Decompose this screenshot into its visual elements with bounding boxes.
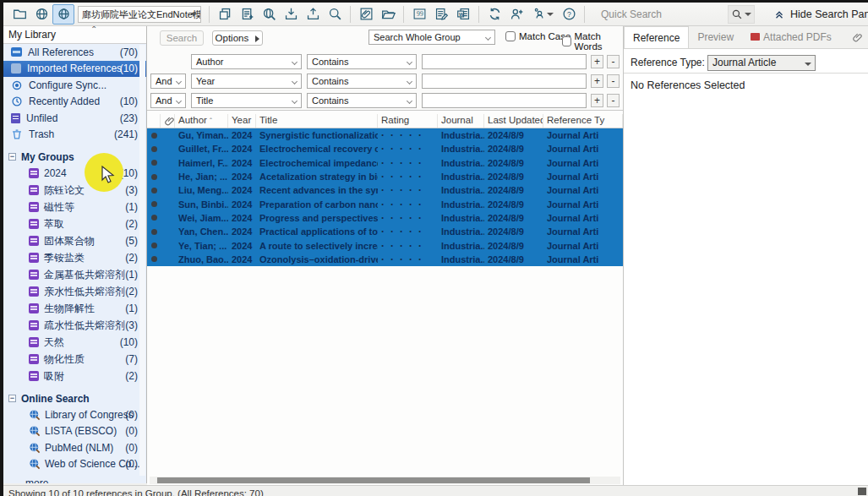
reference-row[interactable]: Sun, Binbi... 2024 Preparation of carbon… xyxy=(147,197,623,210)
sidebar-online-source-item[interactable]: Library of Congress (0) xyxy=(3,406,146,423)
insert-citation-icon[interactable]: 99 xyxy=(408,4,430,25)
go-to-word-icon[interactable]: W xyxy=(452,4,474,25)
search-operator-dropdown[interactable]: Contains xyxy=(307,74,417,89)
resize-grip[interactable] xyxy=(858,488,866,495)
boolean-dropdown[interactable]: And xyxy=(150,74,186,89)
column-journal[interactable]: Journal xyxy=(438,114,484,128)
online-search-header[interactable]: − Online Search xyxy=(3,390,146,406)
horizontal-scrollbar[interactable] xyxy=(150,477,620,484)
sidebar-group-item[interactable]: 金属基低共熔溶剂 (1) xyxy=(3,266,146,283)
collapse-minus-icon[interactable]: − xyxy=(8,395,16,402)
options-button[interactable]: Options xyxy=(212,30,263,46)
share-library-icon[interactable] xyxy=(505,4,527,25)
scrollbar-thumb[interactable] xyxy=(157,477,590,483)
column-rating[interactable]: Rating xyxy=(378,114,438,128)
remove-search-row-button[interactable]: - xyxy=(607,74,620,88)
sync-icon[interactable] xyxy=(483,4,505,25)
attach-file-button[interactable] xyxy=(843,26,868,48)
search-operator-dropdown[interactable]: Contains xyxy=(307,54,417,69)
more-link[interactable]: more... xyxy=(3,477,146,483)
new-reference-icon[interactable] xyxy=(236,4,258,25)
sidebar-item-configure-sync[interactable]: Configure Sync... xyxy=(3,77,146,94)
sidebar-group-item[interactable]: 萃取 (2) xyxy=(3,215,146,232)
match-words-checkbox[interactable]: Match Words xyxy=(562,31,623,52)
rating-cell[interactable]: ····· xyxy=(378,253,438,265)
format-bibliography-icon[interactable] xyxy=(430,4,452,25)
search-value-input[interactable] xyxy=(422,93,587,108)
sidebar-group-item[interactable]: 天然 (10) xyxy=(3,334,146,351)
remove-search-row-button[interactable]: - xyxy=(607,94,620,107)
hide-search-panel-button[interactable]: Hide Search Panel xyxy=(773,8,868,20)
tab-reference[interactable]: Reference xyxy=(624,26,689,48)
reference-row[interactable]: Zhuo, Bao... 2024 Ozonolysis–oxidation-d… xyxy=(147,253,623,266)
add-search-row-button[interactable]: + xyxy=(591,74,603,88)
online-search-mode-icon[interactable] xyxy=(30,4,52,25)
search-field-dropdown[interactable]: Year xyxy=(191,74,302,89)
reference-row[interactable]: He, Jian; ... 2024 Acetalization strateg… xyxy=(147,170,623,183)
column-last-updated[interactable]: Last Updated xyxy=(484,114,543,128)
rating-cell[interactable]: ····· xyxy=(378,129,438,141)
rating-cell[interactable]: ····· xyxy=(378,143,438,155)
reference-row[interactable]: Haimerl, F... 2024 Electrochemical imped… xyxy=(147,156,623,170)
boolean-dropdown[interactable]: And xyxy=(150,93,186,108)
search-field-dropdown[interactable]: Title xyxy=(191,93,302,108)
integrated-mode-icon[interactable] xyxy=(52,4,74,25)
reference-row[interactable]: Gu, Yiman... 2024 Synergistic functional… xyxy=(147,128,623,142)
column-read-status[interactable] xyxy=(147,114,161,128)
reference-type-dropdown[interactable]: Journal Article xyxy=(707,55,816,71)
local-library-mode-icon[interactable] xyxy=(8,4,30,25)
sidebar-group-item[interactable]: 亲水性低共熔溶剂 (2) xyxy=(3,283,146,300)
sidebar-item-unfiled[interactable]: Unfiled (23) xyxy=(3,110,146,127)
rating-cell[interactable]: ····· xyxy=(378,240,438,252)
rating-cell[interactable]: ····· xyxy=(378,226,438,237)
sidebar-item-recently-added[interactable]: Recently Added (10) xyxy=(3,94,146,111)
column-author[interactable]: Authorˆ xyxy=(175,114,228,128)
sidebar-group-item[interactable]: 2024 (10) xyxy=(3,165,146,182)
import-icon[interactable] xyxy=(280,4,302,25)
tab-preview[interactable]: Preview xyxy=(689,26,742,48)
my-groups-header[interactable]: − My Groups xyxy=(3,149,146,165)
sidebar-group-item[interactable]: 固体聚合物 (5) xyxy=(3,232,146,249)
reference-row[interactable]: Guillet, Fr... 2024 Electrochemical reco… xyxy=(147,142,623,155)
rating-cell[interactable]: ····· xyxy=(378,199,438,210)
add-search-row-button[interactable]: + xyxy=(591,94,603,107)
copy-to-local-library-icon[interactable] xyxy=(214,4,236,25)
export-icon[interactable] xyxy=(302,4,324,25)
collapse-minus-icon[interactable]: − xyxy=(8,153,16,161)
sidebar-group-item[interactable]: 陈钰论文 (3) xyxy=(3,182,146,199)
sidebar-item-imported-references[interactable]: Imported References (10) xyxy=(3,61,146,78)
rating-cell[interactable]: ····· xyxy=(378,171,438,183)
sidebar-group-item[interactable]: 磁性等 (1) xyxy=(3,199,146,215)
sidebar-online-source-item[interactable]: Web of Science Co... (0) xyxy=(3,456,146,473)
search-button[interactable]: Search xyxy=(160,30,204,46)
rating-cell[interactable]: ····· xyxy=(378,184,438,196)
sidebar-scrollbar[interactable] xyxy=(139,45,145,476)
sidebar-online-source-item[interactable]: PubMed (NLM) (0) xyxy=(3,439,146,456)
sidebar-group-item[interactable]: 吸附 (2) xyxy=(3,368,146,384)
collapse-caret-icon[interactable]: ⌃ xyxy=(90,26,97,34)
sidebar-online-source-item[interactable]: LISTA (EBSCO) (0) xyxy=(3,423,146,440)
add-search-row-button[interactable]: + xyxy=(591,55,603,68)
rating-cell[interactable]: ····· xyxy=(378,157,438,169)
online-search-icon[interactable] xyxy=(258,4,280,25)
quick-search-input[interactable]: Quick Search xyxy=(601,8,728,20)
column-title[interactable]: Title xyxy=(256,114,378,128)
open-file-icon[interactable] xyxy=(377,4,399,25)
help-icon[interactable]: ? xyxy=(558,4,580,25)
rating-cell[interactable]: ····· xyxy=(378,212,438,224)
column-reference-type[interactable]: Reference Ty xyxy=(543,114,623,128)
attach-file-icon[interactable] xyxy=(355,4,377,25)
quick-search-button[interactable] xyxy=(728,5,755,24)
reference-row[interactable]: Wei, Jiam... 2024 Progress and perspecti… xyxy=(147,211,623,225)
tab-attached-pdfs[interactable]: Attached PDFs xyxy=(742,26,840,48)
match-case-checkbox[interactable]: Match Case xyxy=(505,31,570,41)
column-year[interactable]: Year xyxy=(228,114,256,128)
sidebar-group-item[interactable]: 物化性质 (7) xyxy=(3,351,146,368)
sidebar-group-item[interactable]: 季铵盐类 (2) xyxy=(3,249,146,266)
search-operator-dropdown[interactable]: Contains xyxy=(307,93,417,108)
reference-row[interactable]: Ye, Tian; ... 2024 A route to selectivel… xyxy=(147,238,623,252)
remove-search-row-button[interactable]: - xyxy=(607,55,620,68)
my-library-header[interactable]: My Library ⌃ xyxy=(3,26,146,44)
reference-row[interactable]: Yan, Chen... 2024 Practical applications… xyxy=(147,225,623,238)
people-menu-icon[interactable] xyxy=(527,4,558,25)
